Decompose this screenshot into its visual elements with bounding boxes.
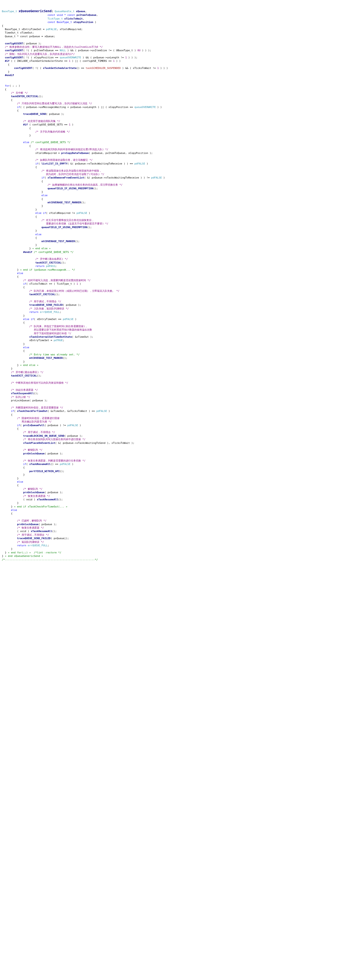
code-block: BaseType_t xQueueGenericSend( QueueHandl… xyxy=(2,9,361,562)
function-name: xQueueGenericSend xyxy=(19,9,51,13)
